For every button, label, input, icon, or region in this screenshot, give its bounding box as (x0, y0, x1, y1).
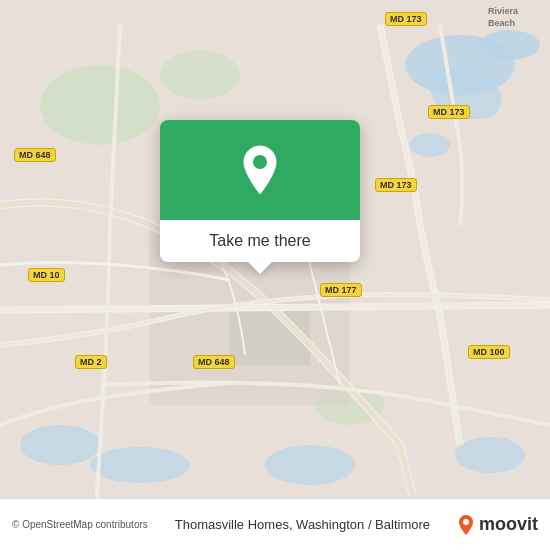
road-badge-md648-2: MD 648 (193, 355, 235, 369)
take-me-there-button[interactable]: Take me there (176, 232, 344, 250)
popup-footer: Take me there (160, 220, 360, 262)
moovit-wordmark: moovit (479, 514, 538, 535)
riviera-beach-label: Riviera Beach (488, 5, 518, 29)
svg-point-4 (20, 425, 100, 465)
map-background (0, 0, 550, 550)
svg-point-9 (160, 50, 240, 100)
bottom-bar: © OpenStreetMap contributors Thomasville… (0, 498, 550, 550)
moovit-pin-icon (457, 514, 475, 536)
svg-point-15 (253, 155, 267, 169)
road-badge-md648-1: MD 648 (14, 148, 56, 162)
svg-point-2 (480, 30, 540, 60)
popup-header (160, 120, 360, 220)
map-pin-icon (238, 144, 282, 196)
road-badge-md10: MD 10 (28, 268, 65, 282)
road-badge-md173-2: MD 173 (428, 105, 470, 119)
copyright-text: © OpenStreetMap contributors (12, 519, 148, 530)
road-badge-md173-1: MD 173 (385, 12, 427, 26)
moovit-logo: moovit (457, 514, 538, 536)
road-badge-md100: MD 100 (468, 345, 510, 359)
svg-point-5 (90, 447, 190, 483)
svg-point-8 (40, 65, 160, 145)
road-badge-md177: MD 177 (320, 283, 362, 297)
svg-point-7 (455, 437, 525, 473)
road-badge-md2: MD 2 (75, 355, 107, 369)
popup-card: Take me there (160, 120, 360, 262)
map-container: MD 173 MD 173 MD 173 MD 648 MD 10 MD 2 M… (0, 0, 550, 550)
road-badge-md173-3: MD 173 (375, 178, 417, 192)
svg-point-3 (410, 133, 450, 157)
location-title: Thomasville Homes, Washington / Baltimor… (148, 517, 457, 532)
svg-point-16 (463, 519, 469, 525)
svg-point-6 (265, 445, 355, 485)
